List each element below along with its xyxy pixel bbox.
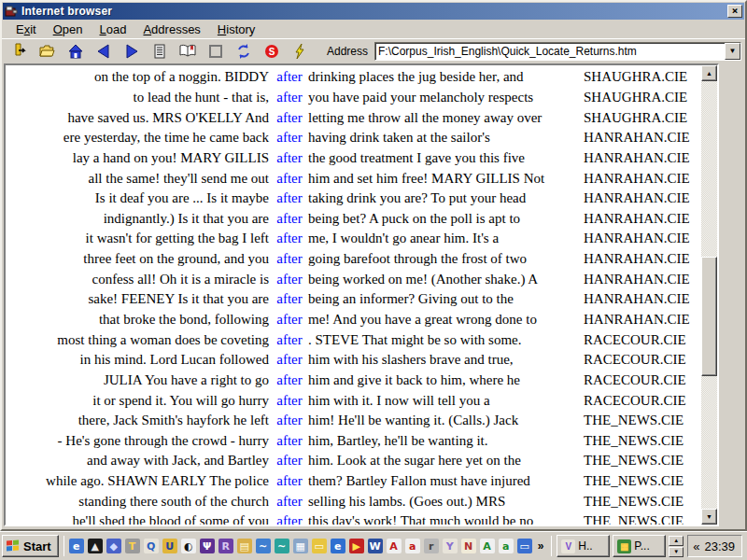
tray-collapse-chevron[interactable]: «	[693, 539, 699, 553]
vertical-scrollbar[interactable]: ▲ ▼	[701, 65, 717, 525]
kwic-keyword[interactable]: after	[273, 251, 306, 267]
concordance-panel: on the top of a noggin. BIDDY after drin…	[4, 63, 719, 526]
quick-launch-icon[interactable]: r	[424, 539, 439, 553]
kwic-rows: on the top of a noggin. BIDDY after drin…	[6, 65, 701, 525]
kwic-keyword[interactable]: after	[273, 473, 306, 489]
menu-addresses[interactable]: Addresses	[134, 21, 208, 38]
kwic-keyword[interactable]: after	[273, 69, 306, 85]
kwic-keyword[interactable]: after	[273, 90, 306, 105]
quick-launch-icon[interactable]: e	[69, 539, 84, 553]
quick-launch-icon[interactable]: e	[331, 539, 345, 553]
exit-button[interactable]	[6, 41, 33, 62]
back-button[interactable]	[90, 41, 117, 62]
kwic-keyword[interactable]: after	[273, 352, 306, 368]
kwic-row: have saved us. MRS O'KELLY And after let…	[6, 107, 701, 128]
taskbar-button-h[interactable]: V H..	[557, 535, 610, 557]
kwic-right-context: him! He'll be wanting it. (Calls.) Jack	[306, 413, 574, 428]
system-tray: « 23:39	[687, 535, 742, 557]
quick-launch-icon[interactable]: Q	[144, 539, 159, 553]
menu-exit[interactable]: Exit	[7, 21, 45, 38]
kwic-keyword[interactable]: after	[273, 110, 306, 126]
open-button[interactable]	[34, 41, 61, 62]
document-button[interactable]	[146, 41, 173, 62]
kwic-left-context: JULIA You have a right to go	[6, 372, 273, 388]
kwic-keyword[interactable]: after	[273, 312, 306, 328]
kwic-keyword[interactable]: after	[273, 413, 306, 428]
menu-open[interactable]: Open	[45, 21, 92, 38]
scroll-down-button[interactable]: ▼	[701, 509, 717, 525]
quick-launch-icon[interactable]: ~	[256, 539, 271, 553]
forward-button[interactable]	[118, 41, 145, 62]
overflow-chevron[interactable]: »	[535, 539, 547, 553]
menu-history[interactable]: History	[209, 21, 263, 38]
menu-load[interactable]: Load	[92, 21, 135, 38]
titlebar[interactable]: Internet browser ×	[3, 3, 744, 20]
quick-launch-icon[interactable]: ▭	[312, 539, 327, 553]
quick-launch-icon[interactable]: N	[461, 539, 476, 553]
arrow-up-icon: ▲	[673, 538, 679, 543]
lightning-icon	[290, 42, 309, 61]
kwic-keyword[interactable]: after	[273, 372, 306, 388]
kwic-source-file: THE_NEWS.CIE	[574, 433, 701, 449]
quick-launch-icon[interactable]: ◆	[106, 539, 121, 553]
kwic-keyword[interactable]: after	[273, 453, 306, 469]
s-badge-button[interactable]: S	[258, 41, 285, 62]
spinner-down-button[interactable]: ▼	[669, 547, 684, 557]
kwic-keyword[interactable]: after	[273, 332, 306, 348]
kwic-row: he'll shed the blood of some of you afte…	[6, 511, 701, 525]
quick-launch-icon[interactable]: ▲	[88, 539, 103, 553]
address-combobox[interactable]: F:\Corpus_Irish_English\Quick_Locate_Ret…	[374, 42, 741, 61]
refresh-button[interactable]	[230, 41, 257, 62]
kwic-keyword[interactable]: after	[273, 211, 306, 227]
kwic-keyword[interactable]: after	[273, 433, 306, 449]
scrollbar-track[interactable]	[701, 81, 717, 509]
quick-launch-icon[interactable]: a	[405, 539, 420, 553]
kwic-right-context: you have paid your melancholy respects	[306, 90, 574, 105]
kwic-keyword[interactable]: after	[273, 513, 306, 525]
kwic-keyword[interactable]: after	[273, 291, 306, 307]
quick-launch-icon[interactable]: ▭	[517, 539, 532, 553]
kwic-keyword[interactable]: after	[273, 150, 306, 166]
kwic-left-context: all the same! they'll send me out	[6, 171, 273, 187]
quick-launch-icon[interactable]: T	[125, 539, 140, 553]
quick-launch-icon[interactable]: ▦	[293, 539, 308, 553]
kwic-right-context: being an informer? Giving out to the	[306, 291, 574, 307]
lightning-button[interactable]	[286, 41, 313, 62]
quick-launch-icon[interactable]: ◐	[181, 539, 196, 553]
kwic-row: indignantly.) Is it that you are after b…	[6, 208, 701, 229]
kwic-keyword[interactable]: after	[273, 494, 306, 510]
stop-button[interactable]	[202, 41, 229, 62]
quick-launch-icon[interactable]: A	[387, 539, 402, 553]
quick-launch-icon[interactable]: U	[162, 539, 177, 553]
kwic-keyword[interactable]: after	[273, 272, 306, 287]
back-icon	[94, 42, 113, 61]
kwic-keyword[interactable]: after	[273, 231, 306, 246]
quick-launch-icon[interactable]: ~	[275, 539, 289, 553]
quick-launch-icon[interactable]: ▶	[349, 539, 364, 553]
book-button[interactable]	[174, 41, 201, 62]
kwic-keyword[interactable]: after	[273, 190, 306, 206]
kwic-keyword[interactable]: after	[273, 393, 306, 409]
quick-launch-icon[interactable]: W	[368, 539, 383, 553]
address-input[interactable]: F:\Corpus_Irish_English\Quick_Locate_Ret…	[375, 45, 725, 58]
quick-launch-icon[interactable]: ▤	[237, 539, 252, 553]
stop-icon	[206, 42, 225, 61]
taskbar-button-p[interactable]: ▦ P...	[613, 535, 666, 557]
kwic-source-file: THE_NEWS.CIE	[574, 413, 701, 428]
address-dropdown-button[interactable]: ▼	[725, 43, 740, 60]
kwic-right-context: this day's work! That much would be no	[306, 513, 574, 525]
kwic-row: it or spend it. You will go hurry after …	[6, 390, 701, 411]
start-button[interactable]: Start	[2, 535, 59, 557]
quick-launch-icon[interactable]: a	[499, 539, 514, 553]
scrollbar-thumb[interactable]	[701, 257, 717, 376]
kwic-keyword[interactable]: after	[273, 130, 306, 146]
quick-launch-icon[interactable]: Ψ	[200, 539, 215, 553]
kwic-keyword[interactable]: after	[273, 171, 306, 187]
close-button[interactable]: ×	[727, 5, 742, 18]
quick-launch-icon[interactable]: R	[218, 539, 233, 553]
spinner-up-button[interactable]: ▲	[669, 536, 684, 546]
quick-launch-icon[interactable]: A	[480, 539, 495, 553]
scroll-up-button[interactable]: ▲	[701, 65, 717, 81]
home-button[interactable]	[62, 41, 89, 62]
quick-launch-icon[interactable]: Y	[443, 539, 458, 553]
